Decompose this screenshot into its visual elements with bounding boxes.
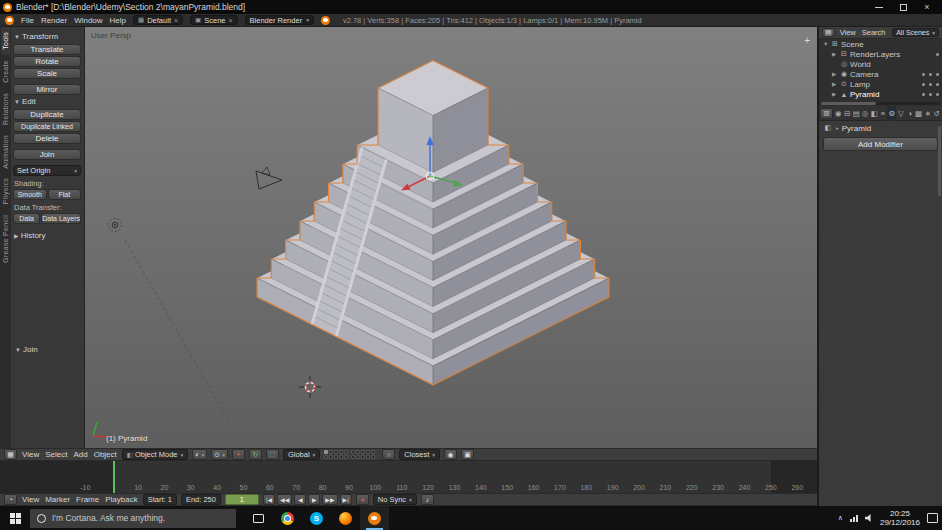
cortana-search[interactable]: I'm Cortana. Ask me anything. xyxy=(30,509,236,528)
taskbar-chrome[interactable] xyxy=(273,506,302,530)
scrollbar-horizontal[interactable] xyxy=(821,102,940,105)
menu-view[interactable]: View xyxy=(21,495,40,504)
properties-tab-10[interactable]: ∗ xyxy=(923,106,932,121)
outliner-row-renderlayers[interactable]: ▶ ⊟ RenderLayers xyxy=(819,49,942,59)
manipulator-rotate-toggle[interactable]: ↻ xyxy=(249,449,262,460)
timeline-ruler[interactable]: -101020304050607080901001101201301401501… xyxy=(0,461,817,493)
pivot-center-selector[interactable]: ⊙▾ xyxy=(211,449,228,460)
frame-end-field[interactable]: End: 250 xyxy=(181,494,221,505)
transform-orientation-selector[interactable]: Global▾ xyxy=(283,449,320,460)
expand-icon[interactable]: ▶ xyxy=(832,71,838,77)
layer-toggle-6[interactable] xyxy=(324,455,328,459)
scrollbar-vertical[interactable] xyxy=(938,126,941,196)
duplicate-button[interactable]: Duplicate xyxy=(13,109,81,120)
editor-type-button[interactable]: ▥ xyxy=(820,108,833,119)
menu-select[interactable]: Select xyxy=(44,450,68,459)
volume-icon[interactable] xyxy=(865,514,873,522)
menu-render[interactable]: Render xyxy=(41,16,67,25)
expand-icon[interactable]: ▶ xyxy=(832,51,838,57)
set-origin-menu[interactable]: Set Origin▾ xyxy=(13,165,81,176)
menu-view[interactable]: View xyxy=(839,28,857,37)
rotate-button[interactable]: Rotate xyxy=(13,56,81,67)
opengl-render-anim-button[interactable]: ▣ xyxy=(461,449,474,460)
menu-add[interactable]: Add xyxy=(72,450,88,459)
layer-toggle-14[interactable] xyxy=(366,450,370,454)
tool-tab-create[interactable]: Create xyxy=(1,55,10,88)
properties-region-toggle[interactable]: + xyxy=(804,35,810,46)
close-button[interactable]: × xyxy=(915,0,939,14)
taskbar-blender[interactable] xyxy=(360,506,389,530)
playback-button-3[interactable]: ▶ xyxy=(308,494,320,505)
playback-button-4[interactable]: ▶▶ xyxy=(322,494,337,505)
layer-toggle-5[interactable] xyxy=(344,450,348,454)
scene-selector[interactable]: ▣ Scene × xyxy=(190,15,238,25)
layout-unlink-icon[interactable]: × xyxy=(174,17,178,24)
menu-search[interactable]: Search xyxy=(861,28,887,37)
record-button[interactable]: ● xyxy=(356,494,369,505)
clock[interactable]: 20:25 29/12/2016 xyxy=(880,509,920,527)
menu-object[interactable]: Object xyxy=(93,450,118,459)
taskbar-firefox[interactable] xyxy=(331,506,360,530)
start-button[interactable] xyxy=(0,506,30,530)
menu-file[interactable]: File xyxy=(21,16,34,25)
selectability-toggle-icon[interactable] xyxy=(929,73,932,76)
properties-tab-5[interactable]: ≡ xyxy=(879,106,888,121)
editor-type-button[interactable]: ◔ xyxy=(4,494,17,505)
layer-toggle-16[interactable] xyxy=(351,455,355,459)
expand-icon[interactable]: ▼ xyxy=(823,41,829,47)
lamp-object[interactable] xyxy=(109,219,122,232)
blender-version-icon[interactable] xyxy=(321,16,330,25)
tool-tab-relations[interactable]: Relations xyxy=(1,88,10,130)
layer-toggle-4[interactable] xyxy=(339,450,343,454)
render-toggle-icon[interactable] xyxy=(936,83,939,86)
render-toggle-icon[interactable] xyxy=(936,53,939,56)
action-center-icon[interactable] xyxy=(927,513,938,523)
layer-toggle-13[interactable] xyxy=(361,450,365,454)
panel-edit[interactable]: ▼Edit xyxy=(14,97,81,106)
layer-toggle-19[interactable] xyxy=(366,455,370,459)
properties-tab-6-modifiers[interactable]: ⚙ xyxy=(887,106,896,121)
properties-tab-8[interactable]: ◑ xyxy=(905,106,914,121)
maximize-button[interactable] xyxy=(891,0,915,14)
manipulator-translate-toggle[interactable]: + xyxy=(232,449,245,460)
minimize-button[interactable] xyxy=(867,0,891,14)
shade-smooth-button[interactable]: Smooth xyxy=(13,189,47,200)
tool-tab-animation[interactable]: Animation xyxy=(1,130,10,174)
visibility-toggle-icon[interactable] xyxy=(922,73,925,76)
playback-button-0[interactable]: |◀ xyxy=(263,494,275,505)
viewport-scene[interactable] xyxy=(85,27,817,448)
current-frame-field[interactable]: 1 xyxy=(225,494,259,505)
layer-toggle-12[interactable] xyxy=(356,450,360,454)
selectability-toggle-icon[interactable] xyxy=(929,93,932,96)
tool-tab-physics[interactable]: Physics xyxy=(1,173,10,209)
scale-button[interactable]: Scale xyxy=(13,68,81,79)
outliner-row-camera[interactable]: ▶ ◉ Camera xyxy=(819,69,942,79)
viewport-shading-selector[interactable]: ◐▾ xyxy=(192,449,207,460)
camera-object[interactable] xyxy=(256,167,282,189)
layer-toggle-15[interactable] xyxy=(371,450,375,454)
properties-tab-2[interactable]: ▤ xyxy=(852,106,861,121)
menu-playback[interactable]: Playback xyxy=(104,495,138,504)
visibility-toggle-icon[interactable] xyxy=(922,83,925,86)
viewport-3d[interactable]: User Persp (1) Pyramid + xyxy=(85,27,817,448)
shade-flat-button[interactable]: Flat xyxy=(48,189,82,200)
playback-button-2[interactable]: ◀ xyxy=(294,494,306,505)
tool-tab-grease-pencil[interactable]: Grease Pencil xyxy=(1,210,10,268)
layer-toggle-3[interactable] xyxy=(334,450,338,454)
tray-expand-icon[interactable]: ∧ xyxy=(838,514,843,522)
outliner-row-scene[interactable]: ▼ ⊞ Scene xyxy=(819,39,942,49)
properties-tab-0[interactable]: ◉ xyxy=(834,106,843,121)
add-modifier-button[interactable]: Add Modifier xyxy=(823,137,938,151)
join-button[interactable]: Join xyxy=(13,149,81,160)
playback-button-5[interactable]: ▶| xyxy=(340,494,352,505)
editor-type-button[interactable]: ▤ xyxy=(822,28,835,37)
menu-window[interactable]: Window xyxy=(74,16,102,25)
properties-tab-1[interactable]: ⊟ xyxy=(843,106,852,121)
layer-toggle-10[interactable] xyxy=(344,455,348,459)
opengl-render-button[interactable]: ◉ xyxy=(444,449,457,460)
expand-icon[interactable]: ▶ xyxy=(832,91,838,97)
layer-toggle-9[interactable] xyxy=(339,455,343,459)
layer-toggle-11[interactable] xyxy=(351,450,355,454)
panel-transform[interactable]: ▼Transform xyxy=(14,32,81,41)
layer-toggle-2[interactable] xyxy=(329,450,333,454)
